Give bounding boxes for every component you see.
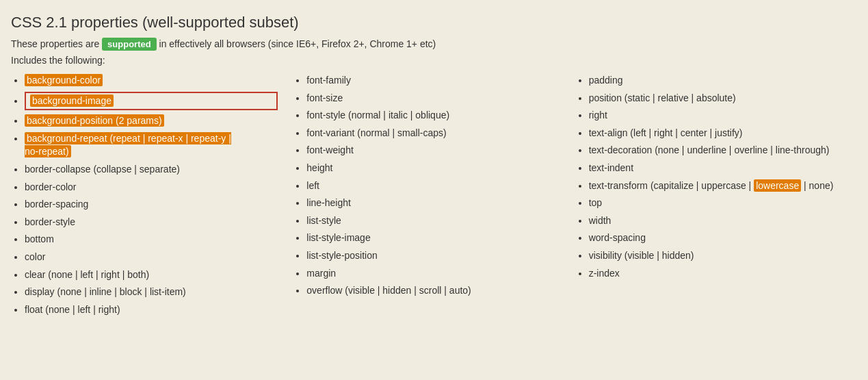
- background-image-highlight: background-image: [30, 94, 114, 107]
- list-item: height: [306, 162, 568, 175]
- list-item: border-spacing: [25, 198, 286, 212]
- list-item: font-weight: [306, 144, 568, 157]
- list-item: border-collapse (collapse | separate): [25, 163, 286, 177]
- list-item: text-decoration (none | underline | over…: [589, 144, 850, 157]
- column-3: padding position (static | relative | ab…: [575, 74, 857, 320]
- list-item: background-color: [25, 74, 286, 88]
- list-item: width: [589, 214, 850, 228]
- column-1: background-color background-image backgr…: [11, 74, 293, 320]
- list-item: margin: [306, 267, 568, 281]
- list-item: font-size: [306, 92, 568, 105]
- list-item: list-style-position: [306, 249, 568, 263]
- list-item: border-color: [25, 181, 286, 194]
- includes-line: Includes the following:: [11, 55, 857, 66]
- list-item: text-align (left | right | center | just…: [589, 127, 850, 140]
- lowercase-highlight: lowercase: [754, 179, 801, 192]
- background-color-highlight: background-color: [25, 74, 103, 86]
- list-item: display (none | inline | block | list-it…: [25, 286, 286, 299]
- supported-badge: supported: [102, 38, 157, 51]
- list-item: text-transform (capitalize | uppercase |…: [589, 179, 850, 193]
- list-item: top: [589, 197, 850, 210]
- list-item: float (none | left | right): [25, 303, 286, 317]
- list-item: list-style: [306, 214, 568, 228]
- background-repeat-highlight: background-repeat (repeat | repeat-x | r…: [25, 132, 231, 158]
- list-item: visibility (visible | hidden): [589, 249, 850, 263]
- list-item: position (static | relative | absolute): [589, 92, 850, 105]
- list-item: background-image: [25, 92, 286, 111]
- list-item: overflow (visible | hidden | scroll | au…: [306, 284, 568, 298]
- list-item: right: [589, 109, 850, 123]
- list-item: text-indent: [589, 162, 850, 175]
- list-item: padding: [589, 74, 850, 88]
- list-item: clear (none | left | right | both): [25, 268, 286, 282]
- list-item: list-style-image: [306, 231, 568, 245]
- list-item: line-height: [306, 197, 568, 210]
- column-2: font-family font-size font-style (normal…: [293, 74, 575, 320]
- list-item: background-position (2 params): [25, 114, 286, 128]
- list-item: border-style: [25, 216, 286, 229]
- list-item: z-index: [589, 267, 850, 281]
- column-2-list: font-family font-size font-style (normal…: [293, 74, 568, 298]
- intro-text2: in effectively all browsers (since IE6+,…: [159, 38, 436, 49]
- list-item: background-repeat (repeat | repeat-x | r…: [25, 132, 286, 159]
- list-item: font-variant (normal | small-caps): [306, 127, 568, 140]
- intro-text: These properties are: [11, 38, 99, 49]
- list-item: left: [306, 179, 568, 193]
- list-item: bottom: [25, 233, 286, 246]
- columns-container: background-color background-image backgr…: [11, 74, 857, 320]
- intro-paragraph: These properties are supported in effect…: [11, 38, 857, 49]
- list-item: font-style (normal | italic | oblique): [306, 109, 568, 123]
- list-item: font-family: [306, 74, 568, 88]
- background-image-bordered: background-image: [25, 92, 278, 111]
- column-1-list: background-color background-image backgr…: [11, 74, 286, 316]
- list-item: word-spacing: [589, 231, 850, 245]
- background-position-highlight: background-position (2 params): [25, 114, 164, 127]
- list-item: color: [25, 251, 286, 264]
- column-3-list: padding position (static | relative | ab…: [575, 74, 850, 280]
- page-title: CSS 2.1 properties (well-supported subse…: [11, 14, 857, 31]
